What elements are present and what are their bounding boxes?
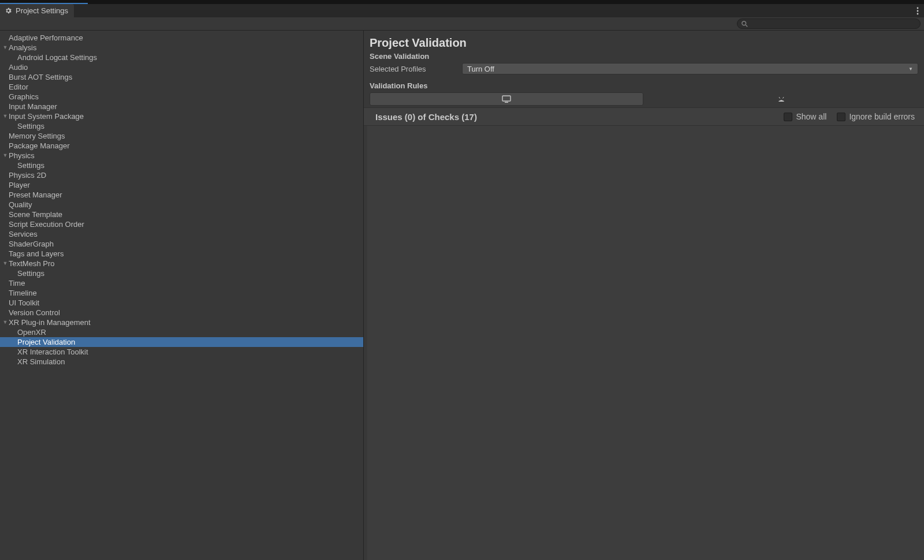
- tree-item-label: ShaderGraph: [9, 239, 54, 249]
- svg-point-7: [780, 99, 781, 100]
- svg-line-9: [779, 97, 780, 99]
- tree-item[interactable]: Memory Settings: [0, 131, 363, 141]
- tree-item[interactable]: Physics 2D: [0, 170, 363, 180]
- svg-point-1: [917, 10, 919, 12]
- tree-item[interactable]: Analysis: [0, 43, 363, 53]
- tree-item[interactable]: Burst AOT Settings: [0, 72, 363, 82]
- platform-tab-standalone[interactable]: [370, 92, 643, 106]
- tree-item[interactable]: Player: [0, 180, 363, 190]
- tree-item[interactable]: Audio: [0, 62, 363, 72]
- vertical-dots-icon: [916, 7, 919, 15]
- tree-item[interactable]: Input Manager: [0, 102, 363, 111]
- tree-item-label: Quality: [9, 200, 32, 210]
- tree-item[interactable]: Adaptive Performance: [0, 33, 363, 43]
- tree-item-label: Burst AOT Settings: [9, 72, 72, 82]
- checkbox-box: [837, 113, 845, 121]
- show-all-checkbox[interactable]: Show all: [784, 112, 826, 121]
- svg-rect-6: [505, 102, 508, 103]
- tree-item[interactable]: XR Interaction Toolkit: [0, 347, 363, 357]
- tree-item[interactable]: Android Logcat Settings: [0, 53, 363, 62]
- validation-rules-header: Validation Rules: [370, 81, 918, 90]
- settings-category-tree[interactable]: Adaptive PerformanceAnalysisAndroid Logc…: [0, 31, 364, 560]
- expand-arrow-icon[interactable]: [2, 151, 9, 160]
- tree-item[interactable]: Services: [0, 229, 363, 239]
- tree-item-label: Android Logcat Settings: [17, 53, 97, 62]
- tree-item-label: Settings: [17, 268, 44, 278]
- tree-item-label: Time: [9, 278, 25, 288]
- window-active-accent: [0, 0, 88, 4]
- svg-point-0: [917, 7, 919, 9]
- scene-validation-header: Scene Validation: [370, 52, 918, 61]
- svg-point-8: [783, 99, 784, 100]
- tree-item[interactable]: Settings: [0, 268, 363, 278]
- tree-item[interactable]: OpenXR: [0, 327, 363, 337]
- tree-item[interactable]: Package Manager: [0, 141, 363, 151]
- validation-results-area: [367, 126, 924, 560]
- tab-project-settings[interactable]: Project Settings: [0, 4, 74, 17]
- tree-item-label: XR Plug-in Management: [9, 318, 91, 327]
- tree-item[interactable]: XR Simulation: [0, 357, 363, 367]
- issues-bar: Issues (0) of Checks (17) Show all Ignor…: [364, 107, 924, 126]
- tree-item[interactable]: Editor: [0, 82, 363, 92]
- expand-arrow-icon[interactable]: [2, 318, 9, 327]
- svg-line-4: [746, 25, 747, 27]
- tree-item-label: Timeline: [9, 288, 37, 298]
- tree-item-label: Services: [9, 229, 38, 239]
- tree-item-label: Editor: [9, 82, 28, 92]
- svg-point-3: [742, 21, 746, 25]
- expand-arrow-icon[interactable]: [2, 259, 9, 268]
- checkbox-box: [784, 113, 792, 121]
- tree-item-label: Physics 2D: [9, 170, 46, 180]
- tree-item[interactable]: Project Validation: [0, 337, 363, 347]
- tree-item[interactable]: Settings: [0, 160, 363, 170]
- tree-item-label: OpenXR: [17, 327, 46, 337]
- window-menu-button[interactable]: [911, 4, 924, 17]
- expand-arrow-icon[interactable]: [2, 43, 9, 53]
- selected-profiles-dropdown[interactable]: Turn Off: [462, 63, 918, 74]
- tree-item[interactable]: Timeline: [0, 288, 363, 298]
- tree-item-label: Scene Template: [9, 210, 62, 219]
- ignore-build-errors-label: Ignore build errors: [849, 112, 915, 121]
- tree-item[interactable]: Input System Package: [0, 111, 363, 121]
- android-icon: [777, 96, 786, 103]
- tree-item[interactable]: Quality: [0, 200, 363, 210]
- tree-item[interactable]: Graphics: [0, 92, 363, 102]
- tree-item[interactable]: XR Plug-in Management: [0, 318, 363, 327]
- selected-profiles-row: Selected Profiles Turn Off: [370, 63, 918, 74]
- tree-item[interactable]: Preset Manager: [0, 190, 363, 200]
- tree-item-label: Adaptive Performance: [9, 33, 83, 43]
- tree-item-label: Project Validation: [17, 337, 75, 347]
- svg-point-2: [917, 13, 919, 14]
- platform-tab-android[interactable]: [645, 92, 919, 106]
- search-input[interactable]: [750, 20, 916, 28]
- settings-detail-panel: Project Validation Scene Validation Sele…: [364, 31, 924, 560]
- tree-item[interactable]: Time: [0, 278, 363, 288]
- selected-profiles-label: Selected Profiles: [370, 65, 462, 73]
- tree-item-label: Input Manager: [9, 102, 57, 111]
- tree-item[interactable]: TextMesh Pro: [0, 259, 363, 268]
- tree-item-label: Audio: [9, 62, 28, 72]
- window-tab-bar: Project Settings: [0, 4, 924, 17]
- tree-item-label: Settings: [17, 160, 44, 170]
- tree-item[interactable]: Scene Template: [0, 210, 363, 219]
- search-field[interactable]: [737, 18, 921, 29]
- tree-item[interactable]: Tags and Layers: [0, 249, 363, 259]
- tree-item-label: Settings: [17, 121, 44, 131]
- tree-item[interactable]: UI Toolkit: [0, 298, 363, 308]
- ignore-build-errors-checkbox[interactable]: Ignore build errors: [837, 112, 915, 121]
- tree-item-label: XR Simulation: [17, 357, 65, 367]
- tree-item-label: TextMesh Pro: [9, 259, 54, 268]
- tree-item-label: Tags and Layers: [9, 249, 64, 259]
- tree-item[interactable]: Settings: [0, 121, 363, 131]
- tree-item[interactable]: Script Execution Order: [0, 219, 363, 229]
- tree-item-label: Input System Package: [9, 111, 84, 121]
- page-title: Project Validation: [370, 36, 918, 50]
- tree-item[interactable]: Physics: [0, 151, 363, 160]
- tree-item-label: Package Manager: [9, 141, 70, 151]
- tree-item-label: XR Interaction Toolkit: [17, 347, 88, 357]
- expand-arrow-icon[interactable]: [2, 111, 9, 121]
- tree-item-label: Graphics: [9, 92, 39, 102]
- tree-item[interactable]: Version Control: [0, 308, 363, 318]
- tree-item[interactable]: ShaderGraph: [0, 239, 363, 249]
- tree-item-label: Preset Manager: [9, 190, 62, 200]
